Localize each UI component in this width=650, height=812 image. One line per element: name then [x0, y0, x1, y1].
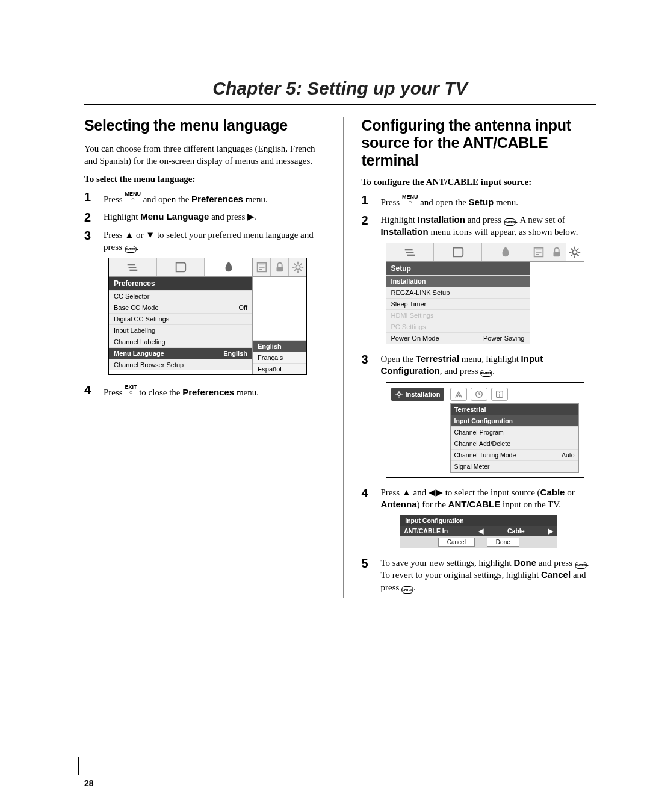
step-1-left: 1 Press MENU and open the Preferences me…: [84, 190, 319, 205]
lock-icon: [271, 258, 289, 276]
enter-button-icon: ENTER: [575, 562, 587, 569]
text: and press: [209, 212, 247, 222]
text: Press: [381, 197, 402, 207]
subhead-left: To select the menu language:: [84, 174, 319, 184]
svg-line-10: [294, 264, 296, 265]
option: Español: [253, 363, 306, 374]
text: or: [565, 488, 574, 497]
text: and press: [536, 558, 575, 568]
installation-row-selected: Installation: [386, 275, 530, 287]
svg-rect-1: [129, 267, 137, 268]
cancel-button: Cancel: [438, 538, 475, 547]
text-bold: Antenna: [381, 499, 417, 509]
text-bold: Preferences: [191, 194, 243, 204]
menu-row: Channel Tuning ModeAuto: [451, 449, 578, 460]
row-label: ANT/CABLE In: [404, 527, 478, 535]
text: or: [134, 230, 146, 240]
intro-text: You can choose from three different lang…: [84, 143, 319, 167]
text-bold: Installation: [381, 226, 429, 237]
up-arrow-icon: ▲: [125, 229, 134, 240]
step-number: 3: [84, 229, 95, 242]
menu-row: Signal Meter: [451, 460, 578, 472]
row-value: Cable: [507, 527, 525, 535]
svg-line-13: [300, 264, 302, 265]
svg-rect-2: [130, 270, 138, 271]
text: Press: [104, 230, 125, 240]
svg-line-25: [577, 255, 579, 256]
text: to select the input source (: [443, 488, 540, 497]
step-number: 3: [362, 353, 373, 366]
step-2-left: 2 Highlight Menu Language and press ▶.: [84, 211, 319, 224]
menu-row-disabled: HDMI Settings: [386, 309, 530, 321]
installation-badge: Installation: [391, 388, 444, 401]
tab-icon: [482, 243, 530, 261]
terrestrial-header: Terrestrial: [451, 404, 578, 415]
svg-rect-18: [554, 252, 560, 256]
enter-button-icon: ENTER: [125, 246, 137, 253]
text: menu.: [494, 197, 518, 207]
text: and press: [465, 215, 504, 225]
tab-icon: [530, 243, 548, 261]
terrestrial-screenshot: Installation Terrestrial Input Configura…: [386, 382, 584, 478]
menu-row: REGZA-LINK Setup: [386, 287, 530, 298]
submenu-icons: [450, 388, 579, 401]
tab-icon-active: [205, 258, 252, 276]
svg-line-24: [571, 249, 573, 250]
left-column: Selecting the menu language You can choo…: [84, 117, 319, 598]
text: . A new set of: [516, 215, 565, 225]
clock-icon: [471, 388, 488, 401]
text: Press: [104, 194, 125, 204]
menu-button-icon: MENU: [402, 193, 418, 204]
enter-button-icon: ENTER: [480, 370, 492, 377]
step-number: 1: [362, 193, 373, 206]
up-arrow-icon: ▲: [402, 487, 411, 497]
svg-line-11: [300, 270, 302, 271]
svg-rect-36: [499, 394, 500, 397]
setup-header: Setup: [386, 262, 530, 275]
text: , and press: [440, 366, 481, 376]
text-bold: Done: [514, 557, 537, 568]
right-arrow-icon: ▶: [436, 487, 443, 497]
menu-row: Channel Labeling: [109, 336, 252, 347]
page-rule: [78, 757, 79, 775]
text: ) for the: [417, 500, 448, 509]
input-config-row: ANT/CABLE In ◀ Cable ▶: [400, 526, 557, 536]
down-arrow-icon: ▼: [146, 229, 155, 240]
text: Press: [381, 488, 402, 497]
subhead-right: To configure the ANT/CABLE input source:: [362, 177, 596, 187]
tab-icon: [157, 258, 205, 276]
text: and open the: [418, 197, 468, 207]
svg-point-19: [572, 250, 577, 254]
text-bold: Menu Language: [140, 211, 209, 222]
svg-point-5: [296, 265, 300, 269]
menu-row: Channel Program: [451, 426, 578, 438]
divider: [84, 104, 596, 105]
menu-row: Power-On ModePower-Saving: [386, 332, 530, 344]
svg-point-35: [499, 392, 500, 393]
text-bold: Cancel: [541, 569, 571, 580]
step-4-right: 4 Press ▲ and ◀▶ to select the input sou…: [362, 486, 596, 511]
svg-rect-0: [128, 264, 135, 266]
preferences-header: Preferences: [109, 277, 252, 290]
step-1-right: 1 Press MENU and open the Setup menu.: [362, 193, 596, 208]
text: To save your new settings, highlight: [381, 558, 514, 568]
step-number: 2: [362, 214, 373, 227]
tab-icons-row: [386, 243, 530, 262]
svg-line-27: [577, 249, 579, 250]
tab-icons-row: [109, 258, 252, 277]
text-bold: Terrestrial: [416, 353, 459, 364]
gear-icon: [566, 243, 584, 261]
right-arrow-icon: ▶: [548, 527, 553, 535]
enter-button-icon: ENTER: [401, 586, 413, 594]
menu-row: Channel Browser Setup: [109, 359, 252, 370]
menu-row: Channel Add/Delete: [451, 438, 578, 449]
step-5-right: 5 To save your new settings, highlight D…: [362, 557, 596, 594]
svg-rect-4: [276, 267, 283, 271]
menu-row: CC Selector: [109, 290, 252, 302]
right-arrow-icon: ▶: [247, 211, 255, 222]
menu-row-disabled: PC Settings: [386, 321, 530, 332]
text: Highlight: [104, 212, 140, 222]
section-title-right: Configuring the antenna input source for…: [362, 117, 596, 169]
svg-rect-14: [405, 249, 413, 251]
option: Français: [253, 352, 306, 363]
